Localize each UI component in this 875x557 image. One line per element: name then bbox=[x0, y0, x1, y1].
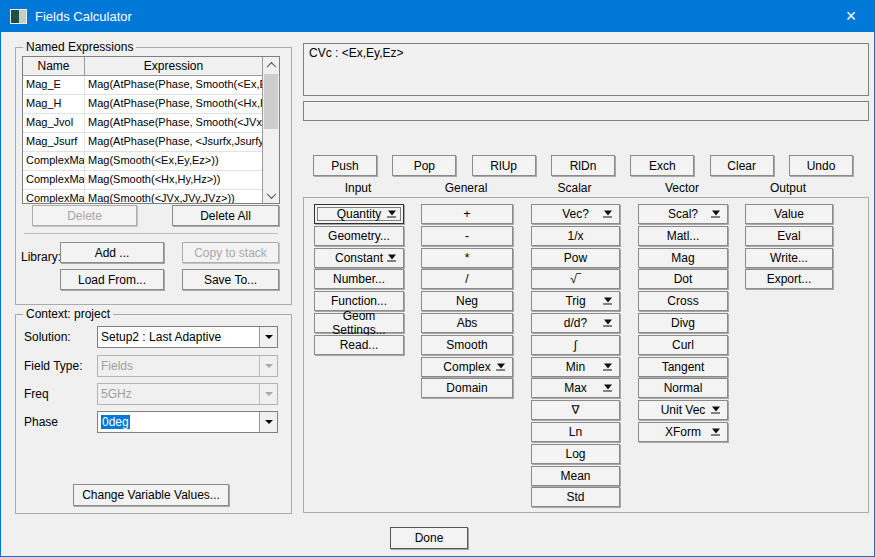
calc-button-multiply[interactable]: * bbox=[421, 248, 513, 268]
solution-combobox[interactable]: Setup2 : Last Adaptive bbox=[97, 326, 278, 348]
calc-button-write[interactable]: Write... bbox=[745, 248, 833, 268]
calc-button-domain[interactable]: Domain bbox=[421, 378, 513, 398]
scrollbar-track[interactable] bbox=[263, 73, 279, 187]
calc-button-subtract[interactable]: - bbox=[421, 226, 513, 246]
calc-button-abs[interactable]: Abs bbox=[421, 313, 513, 333]
named-expressions-table[interactable]: Name Expression Mag_EMag(AtPhase(Phase, … bbox=[22, 56, 280, 204]
title-bar[interactable]: Fields Calculator × bbox=[1, 1, 874, 32]
calc-button-std[interactable]: Std bbox=[531, 487, 620, 507]
calc-button-add[interactable]: + bbox=[421, 204, 513, 224]
calc-button-sqrt[interactable]: √‾ bbox=[531, 269, 620, 289]
add-button[interactable]: Add ... bbox=[60, 242, 164, 263]
save-to-button[interactable]: Save To... bbox=[182, 269, 279, 290]
button-label: Constant bbox=[335, 251, 383, 265]
button-label: √‾ bbox=[570, 272, 581, 286]
calc-button-neg[interactable]: Neg bbox=[421, 291, 513, 311]
menu-arrow-icon bbox=[387, 211, 396, 218]
calc-button-smooth[interactable]: Smooth bbox=[421, 335, 513, 355]
calc-button-divide[interactable]: / bbox=[421, 269, 513, 289]
calc-button-mag[interactable]: Mag bbox=[638, 248, 728, 268]
calc-button-export[interactable]: Export... bbox=[745, 269, 833, 289]
calc-button-scal[interactable]: Scal? bbox=[638, 204, 728, 224]
load-from-button[interactable]: Load From... bbox=[60, 269, 164, 290]
calc-button-min[interactable]: Min bbox=[531, 357, 620, 377]
delete-all-button[interactable]: Delete All bbox=[172, 205, 279, 226]
calc-button-number[interactable]: Number... bbox=[314, 269, 404, 289]
button-label: Geometry... bbox=[328, 229, 390, 243]
calc-button-unit-vec[interactable]: Unit Vec bbox=[638, 400, 728, 420]
button-label: Geom Settings... bbox=[315, 309, 403, 337]
expression-value-cell: Mag(AtPhase(Phase, Smooth(<Ex,E... bbox=[85, 76, 262, 94]
undo-button[interactable]: Undo bbox=[789, 155, 853, 176]
keypad-column-header-general: General bbox=[420, 181, 512, 195]
scroll-down-icon[interactable] bbox=[263, 187, 279, 203]
keypad-column-scalar: Vec?1/xPow√‾Trigd/d?∫MinMax∇LnLogMeanStd bbox=[531, 204, 620, 507]
change-variable-values-button[interactable]: Change Variable Values... bbox=[73, 484, 229, 506]
calc-button-tangent[interactable]: Tangent bbox=[638, 357, 728, 377]
table-row[interactable]: Mag_JvolMag(AtPhase(Phase, Smooth(<JVx,J… bbox=[23, 114, 262, 133]
calc-button-divg[interactable]: Divg bbox=[638, 313, 728, 333]
calc-button-xform[interactable]: XForm bbox=[638, 422, 728, 442]
close-icon[interactable]: × bbox=[828, 1, 874, 32]
calc-button-integral[interactable]: ∫ bbox=[531, 335, 620, 355]
button-label: d/d? bbox=[564, 316, 587, 330]
scrollbar-thumb[interactable] bbox=[264, 74, 278, 129]
calc-button-geom-settings[interactable]: Geom Settings... bbox=[314, 313, 404, 333]
calc-button-dot[interactable]: Dot bbox=[638, 269, 728, 289]
button-label: Value bbox=[774, 207, 804, 221]
menu-arrow-icon bbox=[603, 298, 612, 305]
push-button[interactable]: Push bbox=[313, 155, 377, 176]
copy-to-stack-button[interactable]: Copy to stack bbox=[182, 242, 279, 263]
exch-button[interactable]: Exch bbox=[630, 155, 694, 176]
button-label: Read... bbox=[340, 338, 379, 352]
delete-button[interactable]: Delete bbox=[32, 205, 137, 226]
calc-button-max[interactable]: Max bbox=[531, 378, 620, 398]
calc-button-trig[interactable]: Trig bbox=[531, 291, 620, 311]
table-row[interactable]: Mag_JsurfMag(AtPhase(Phase, <Jsurfx,Jsur… bbox=[23, 133, 262, 152]
menu-arrow-icon bbox=[711, 407, 720, 414]
scroll-up-icon[interactable] bbox=[263, 57, 279, 73]
expression-value-cell: Mag(Smooth(<JVx,JVy,JVz>)) bbox=[85, 190, 262, 203]
table-row[interactable]: ComplexMa...Mag(Smooth(<JVx,JVy,JVz>)) bbox=[23, 190, 262, 203]
phase-combobox[interactable]: 0deg bbox=[97, 411, 278, 433]
table-row[interactable]: ComplexMa...Mag(Smooth(<Hx,Hy,Hz>)) bbox=[23, 171, 262, 190]
calc-button-cross[interactable]: Cross bbox=[638, 291, 728, 311]
dropdown-arrow-icon[interactable] bbox=[259, 412, 277, 432]
calc-button-curl[interactable]: Curl bbox=[638, 335, 728, 355]
calc-button-complex[interactable]: Complex bbox=[421, 357, 513, 377]
calc-button-geometry[interactable]: Geometry... bbox=[314, 226, 404, 246]
stack-display[interactable]: CVc : <Ex,Ey,Ez> bbox=[303, 43, 869, 96]
table-row[interactable]: Mag_EMag(AtPhase(Phase, Smooth(<Ex,E... bbox=[23, 76, 262, 95]
context-field-label-field-type: Field Type: bbox=[24, 359, 82, 373]
done-button[interactable]: Done bbox=[390, 527, 468, 549]
calc-button-normal[interactable]: Normal bbox=[638, 378, 728, 398]
calc-button-one-over-x[interactable]: 1/x bbox=[531, 226, 620, 246]
calc-button-quantity[interactable]: Quantity bbox=[314, 204, 404, 224]
button-label: Neg bbox=[456, 294, 478, 308]
calc-button-log[interactable]: Log bbox=[531, 444, 620, 464]
calc-button-ln[interactable]: Ln bbox=[531, 422, 620, 442]
calc-button-read[interactable]: Read... bbox=[314, 335, 404, 355]
calc-button-value[interactable]: Value bbox=[745, 204, 833, 224]
table-row[interactable]: ComplexMa...Mag(Smooth(<Ex,Ey,Ez>)) bbox=[23, 152, 262, 171]
calc-button-mean[interactable]: Mean bbox=[531, 466, 620, 486]
calc-button-d-dx[interactable]: d/d? bbox=[531, 313, 620, 333]
menu-arrow-icon bbox=[711, 428, 720, 435]
calc-button-pow[interactable]: Pow bbox=[531, 248, 620, 268]
rldn-button[interactable]: RlDn bbox=[551, 155, 615, 176]
rlup-button[interactable]: RlUp bbox=[472, 155, 536, 176]
calc-button-matl[interactable]: Matl... bbox=[638, 226, 728, 246]
calc-button-constant[interactable]: Constant bbox=[314, 248, 404, 268]
calc-button-eval[interactable]: Eval bbox=[745, 226, 833, 246]
keypad-column-header-scalar: Scalar bbox=[530, 181, 619, 195]
calc-button-vec[interactable]: Vec? bbox=[531, 204, 620, 224]
freq-combobox: 5GHz bbox=[97, 383, 278, 405]
clear-button[interactable]: Clear bbox=[710, 155, 774, 176]
dropdown-arrow-icon[interactable] bbox=[259, 327, 277, 347]
calc-button-grad[interactable]: ∇ bbox=[531, 400, 620, 420]
table-scrollbar[interactable] bbox=[262, 57, 279, 203]
pop-button[interactable]: Pop bbox=[392, 155, 456, 176]
context-field-label-solution: Solution: bbox=[24, 330, 71, 344]
stack-edit-line[interactable] bbox=[303, 101, 869, 121]
table-row[interactable]: Mag_HMag(AtPhase(Phase, Smooth(<Hx,H... bbox=[23, 95, 262, 114]
